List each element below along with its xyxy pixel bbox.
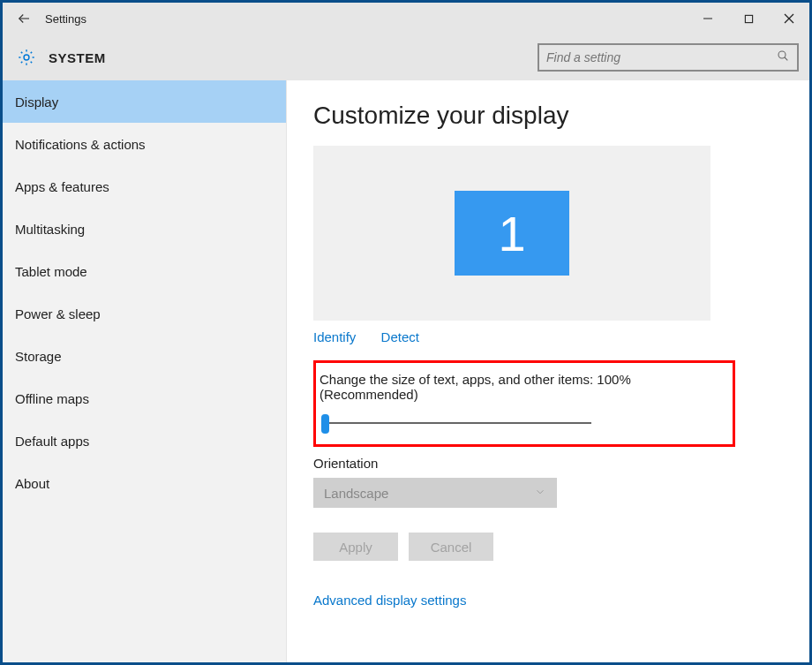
sidebar-item-label: Display	[15, 94, 58, 110]
monitor-1[interactable]: 1	[455, 191, 569, 276]
chevron-down-icon	[534, 486, 546, 501]
sidebar-item-power-sleep[interactable]: Power & sleep	[3, 292, 286, 335]
orientation-dropdown[interactable]: Landscape	[313, 478, 557, 508]
sidebar-item-about[interactable]: About	[3, 462, 286, 504]
settings-window: Settings SYSTEM Display	[0, 0, 812, 665]
content: Customize your display 1 Identify Detect…	[287, 80, 809, 662]
page-title: Customize your display	[313, 102, 804, 130]
maximize-button[interactable]	[728, 3, 769, 34]
sidebar-item-label: Power & sleep	[15, 306, 101, 321]
advanced-display-settings-link[interactable]: Advanced display settings	[313, 593, 804, 608]
close-button[interactable]	[769, 3, 809, 34]
detect-link[interactable]: Detect	[381, 329, 419, 344]
sidebar-item-label: Tablet mode	[15, 264, 87, 279]
scale-slider[interactable]	[321, 414, 591, 432]
search-icon	[776, 49, 790, 66]
search-box[interactable]	[538, 43, 799, 72]
sidebar-item-label: Multitasking	[15, 222, 85, 237]
orientation-value: Landscape	[324, 486, 388, 501]
window-controls	[688, 3, 809, 34]
body: Display Notifications & actions Apps & f…	[3, 80, 809, 662]
minimize-button[interactable]	[688, 3, 728, 34]
sidebar-item-offline-maps[interactable]: Offline maps	[3, 377, 286, 419]
sidebar-item-tablet-mode[interactable]: Tablet mode	[3, 250, 286, 292]
sidebar-item-label: Notifications & actions	[15, 137, 146, 152]
gear-icon	[17, 48, 36, 67]
svg-line-6	[785, 57, 787, 60]
identify-link[interactable]: Identify	[313, 329, 356, 344]
sidebar-item-apps-features[interactable]: Apps & features	[3, 165, 286, 208]
orientation-label: Orientation	[313, 456, 804, 471]
search-input[interactable]	[546, 50, 776, 64]
sidebar-item-label: About	[15, 476, 49, 491]
sidebar-item-label: Apps & features	[15, 179, 109, 194]
scale-highlight-box: Change the size of text, apps, and other…	[313, 360, 735, 447]
svg-rect-1	[745, 15, 752, 22]
sidebar: Display Notifications & actions Apps & f…	[3, 80, 287, 662]
scale-label: Change the size of text, apps, and other…	[320, 372, 724, 402]
header-title: SYSTEM	[49, 50, 106, 65]
window-title: Settings	[45, 12, 86, 26]
cancel-button[interactable]: Cancel	[409, 533, 493, 561]
sidebar-item-label: Storage	[15, 349, 62, 364]
sidebar-item-default-apps[interactable]: Default apps	[3, 419, 286, 462]
display-action-links: Identify Detect	[313, 329, 804, 344]
sidebar-item-multitasking[interactable]: Multitasking	[3, 208, 286, 250]
action-buttons: Apply Cancel	[313, 533, 804, 561]
sidebar-item-display[interactable]: Display	[3, 80, 286, 123]
title-bar: Settings	[3, 3, 809, 34]
sidebar-item-label: Offline maps	[15, 391, 89, 406]
slider-thumb[interactable]	[321, 414, 329, 434]
slider-track	[328, 422, 591, 424]
display-preview[interactable]: 1	[313, 146, 710, 321]
sidebar-item-storage[interactable]: Storage	[3, 335, 286, 377]
monitor-number: 1	[498, 205, 525, 262]
header: SYSTEM	[3, 34, 809, 80]
apply-button[interactable]: Apply	[313, 533, 398, 561]
back-button[interactable]	[11, 11, 36, 26]
svg-point-4	[24, 55, 29, 60]
sidebar-item-label: Default apps	[15, 434, 89, 449]
sidebar-item-notifications[interactable]: Notifications & actions	[3, 123, 286, 165]
svg-point-5	[778, 51, 786, 58]
